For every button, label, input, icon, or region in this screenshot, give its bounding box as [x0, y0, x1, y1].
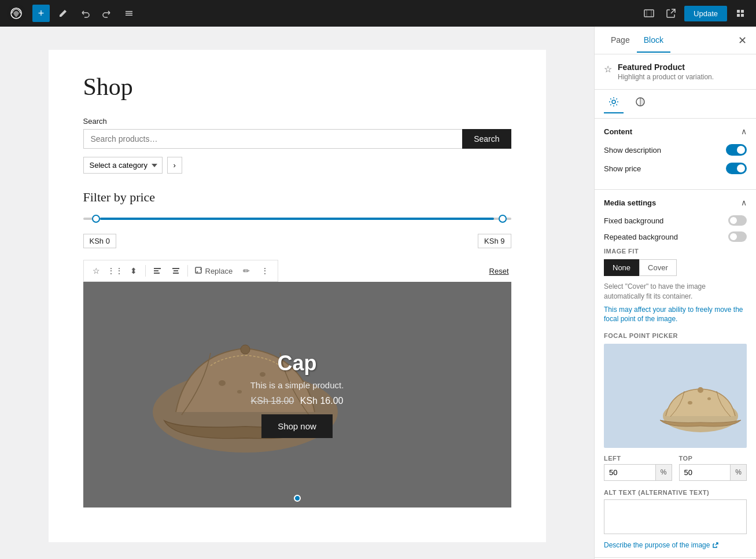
svg-rect-5	[737, 10, 740, 13]
svg-rect-13	[174, 270, 178, 271]
settings-icon-tab[interactable]	[604, 94, 624, 113]
fixed-background-row: Fixed background	[604, 215, 747, 226]
repeated-background-row: Repeated background	[604, 231, 747, 242]
search-input[interactable]	[83, 129, 463, 149]
search-label: Search	[83, 117, 511, 126]
alt-text-input[interactable]	[604, 499, 747, 534]
media-settings-title: Media settings	[604, 198, 656, 207]
redo-button[interactable]	[98, 5, 116, 22]
image-fit-note: Select "Cover" to have the image automat…	[604, 282, 747, 301]
svg-rect-1	[126, 11, 132, 12]
fixed-background-label: Fixed background	[604, 216, 663, 225]
block-align-left-button[interactable]	[149, 263, 165, 279]
block-move-up-down-button[interactable]: ⬍	[126, 263, 142, 279]
options-button[interactable]	[732, 5, 749, 22]
update-button[interactable]: Update	[684, 6, 727, 21]
svg-rect-2	[126, 13, 132, 14]
replace-button[interactable]: Replace	[191, 266, 237, 277]
toolbar-separator-2	[187, 265, 188, 277]
search-row: Search	[83, 129, 511, 149]
svg-rect-3	[126, 15, 132, 16]
content-section-title: Content	[604, 127, 632, 136]
block-description: Highlight a product or variation.	[618, 73, 714, 81]
block-favorite-button[interactable]: ☆	[88, 263, 105, 279]
add-block-button[interactable]: +	[32, 5, 50, 22]
image-fit-warning: This may affect your ability to freely m…	[604, 305, 747, 325]
block-align-center-button[interactable]	[168, 263, 184, 279]
reset-link[interactable]: Reset	[487, 266, 511, 277]
style-icon-tab[interactable]	[630, 94, 650, 113]
fixed-background-toggle[interactable]	[728, 215, 747, 226]
media-settings-section: Media settings ∧ Fixed background Repeat…	[595, 190, 756, 558]
focal-coords-row: LEFT % TOP %	[604, 455, 747, 481]
product-name: Cap	[250, 351, 344, 376]
list-view-button[interactable]	[120, 5, 138, 22]
tab-block[interactable]: Block	[637, 28, 670, 53]
svg-rect-6	[741, 10, 744, 13]
external-link-button[interactable]	[662, 5, 680, 22]
svg-rect-8	[741, 14, 744, 17]
show-description-toggle[interactable]	[726, 144, 747, 156]
product-price: KSh 18.00 KSh 16.00	[250, 396, 344, 406]
svg-rect-9	[154, 268, 161, 269]
sidebar-header: Page Block ✕	[595, 27, 756, 54]
content-section-collapse[interactable]: ∧	[741, 127, 747, 136]
focal-point-preview[interactable]	[604, 344, 747, 448]
show-description-label: Show description	[604, 146, 661, 155]
category-select[interactable]: Select a category	[83, 157, 163, 174]
svg-rect-10	[154, 270, 158, 271]
svg-rect-14	[173, 273, 179, 274]
show-price-toggle[interactable]	[726, 163, 747, 174]
left-coord-input[interactable]	[604, 465, 655, 480]
svg-point-24	[698, 387, 703, 393]
price-original: KSh 18.00	[251, 396, 294, 406]
sidebar-icon-tabs	[595, 90, 756, 119]
price-slider-max-thumb[interactable]	[499, 215, 507, 223]
svg-rect-12	[172, 268, 179, 269]
repeated-background-toggle[interactable]	[728, 231, 747, 242]
cap-image-container: Cap This is a simple product. KSh 18.00 …	[83, 282, 511, 507]
svg-point-25	[688, 401, 692, 404]
svg-rect-4	[644, 10, 654, 17]
price-min-value: KSh 0	[83, 234, 116, 248]
block-drag-button[interactable]: ⋮⋮	[107, 263, 123, 279]
block-more-options-button[interactable]: ⋮	[257, 263, 273, 279]
fit-cover-button[interactable]: Cover	[639, 259, 677, 276]
image-fit-label: IMAGE FIT	[604, 248, 747, 255]
alt-text-link[interactable]: Describe the purpose of the image	[604, 541, 747, 549]
preview-button[interactable]	[640, 5, 658, 22]
toolbar-separator-1	[145, 265, 146, 277]
edit-mode-button[interactable]	[54, 5, 72, 22]
price-sale: KSh 16.00	[300, 396, 344, 406]
featured-product-block: Cap This is a simple product. KSh 18.00 …	[83, 282, 511, 507]
category-arrow-button[interactable]: ›	[167, 157, 182, 174]
wp-logo	[7, 4, 25, 23]
focal-point-dot[interactable]	[294, 495, 301, 502]
tab-page[interactable]: Page	[604, 28, 637, 53]
top-coord-unit: %	[730, 465, 746, 480]
top-toolbar: + Update	[0, 0, 756, 27]
svg-rect-7	[737, 14, 740, 17]
svg-point-20	[237, 390, 242, 393]
sidebar-close-button[interactable]: ✕	[738, 34, 747, 47]
undo-button[interactable]	[76, 5, 94, 22]
focal-point-cap-illustration	[648, 373, 741, 442]
price-slider[interactable]	[83, 213, 511, 225]
price-slider-min-thumb[interactable]	[92, 215, 100, 223]
search-button[interactable]: Search	[462, 129, 511, 149]
left-coord-unit: %	[655, 465, 672, 480]
show-price-toggle-row: Show price	[604, 163, 747, 174]
left-coord-label: LEFT	[604, 455, 672, 462]
content-section: Content ∧ Show description Show price	[595, 119, 756, 190]
block-info: ☆ Featured Product Highlight a product o…	[595, 54, 756, 90]
shop-now-button[interactable]: Shop now	[261, 414, 333, 438]
filter-title: Filter by price	[83, 190, 511, 205]
focal-point-label: FOCAL POINT PICKER	[604, 332, 747, 339]
top-coord-input[interactable]	[680, 465, 731, 480]
fit-none-button[interactable]: None	[604, 259, 639, 276]
svg-point-17	[241, 345, 250, 354]
block-edit-button[interactable]: ✏	[238, 263, 255, 279]
media-settings-collapse[interactable]: ∧	[741, 198, 747, 207]
repeated-background-label: Repeated background	[604, 233, 678, 241]
page-title: Shop	[83, 73, 511, 101]
